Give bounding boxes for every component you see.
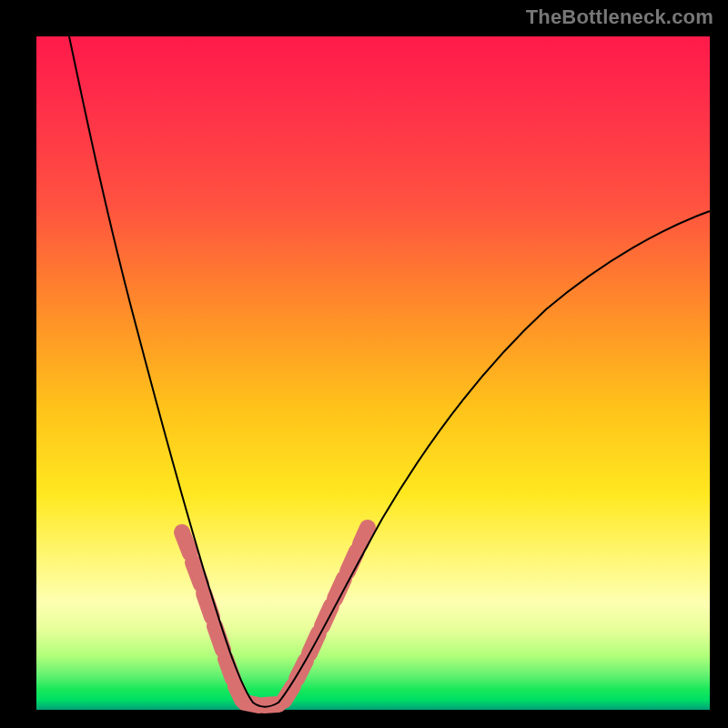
bottleneck-curve (69, 36, 710, 707)
marker-seg (193, 562, 201, 584)
marker-seg (226, 659, 233, 679)
marker-seg (360, 528, 368, 544)
highlight-markers (182, 528, 368, 705)
marker-seg (182, 532, 190, 553)
curve-layer (36, 36, 710, 710)
marker-seg (204, 593, 212, 617)
plot-area (36, 36, 710, 710)
watermark-label: TheBottleneck.com (526, 5, 713, 29)
marker-seg (335, 579, 344, 599)
chart-frame: TheBottleneck.com (0, 0, 728, 728)
